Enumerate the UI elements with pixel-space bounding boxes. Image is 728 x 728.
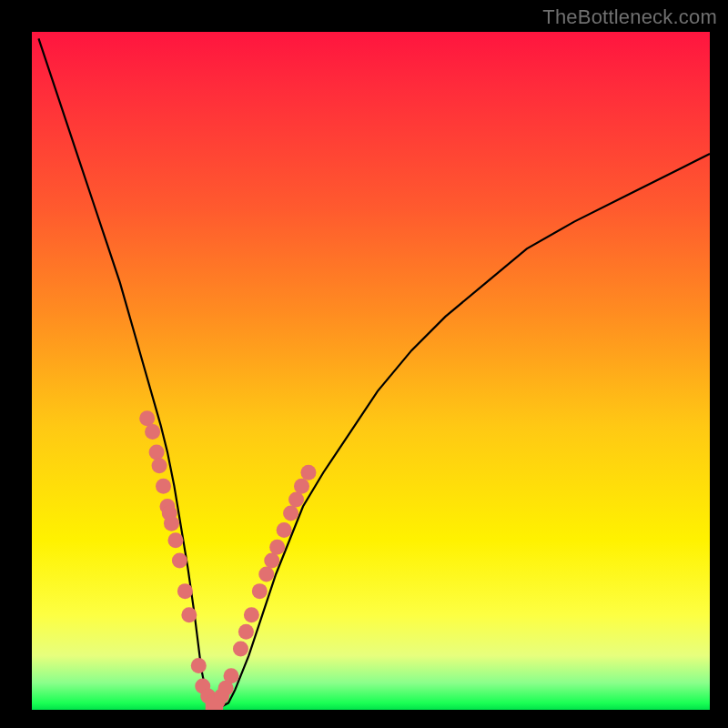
left-marker-group xyxy=(139,410,221,709)
marker-dot xyxy=(294,479,309,494)
marker-dot xyxy=(264,553,279,569)
watermark-text: TheBottleneck.com xyxy=(542,5,717,29)
marker-dot xyxy=(233,641,248,656)
marker-dot xyxy=(164,516,179,531)
marker-dot xyxy=(288,492,304,508)
marker-dot xyxy=(181,607,197,622)
marker-dot xyxy=(258,567,274,582)
marker-dot xyxy=(191,658,207,673)
marker-dot xyxy=(156,479,171,494)
marker-dot xyxy=(177,583,193,599)
bottom-bar xyxy=(206,698,223,710)
marker-dot xyxy=(172,553,187,569)
right-marker-group xyxy=(210,465,317,710)
marker-dot xyxy=(224,668,239,683)
marker-dot xyxy=(244,607,259,622)
marker-dot xyxy=(252,583,268,599)
marker-dot xyxy=(139,410,155,426)
chart-frame: TheBottleneck.com xyxy=(0,0,728,728)
marker-dot xyxy=(145,424,160,440)
marker-dot xyxy=(149,444,165,460)
chart-svg xyxy=(32,32,710,710)
marker-dot xyxy=(152,458,167,473)
marker-dot xyxy=(167,532,183,548)
marker-dot xyxy=(283,505,298,521)
plot-area xyxy=(32,32,710,710)
marker-dot xyxy=(269,540,285,555)
bottleneck-curve xyxy=(38,38,710,706)
marker-dot xyxy=(300,465,316,480)
marker-dot xyxy=(238,624,254,640)
marker-dot xyxy=(277,522,292,538)
